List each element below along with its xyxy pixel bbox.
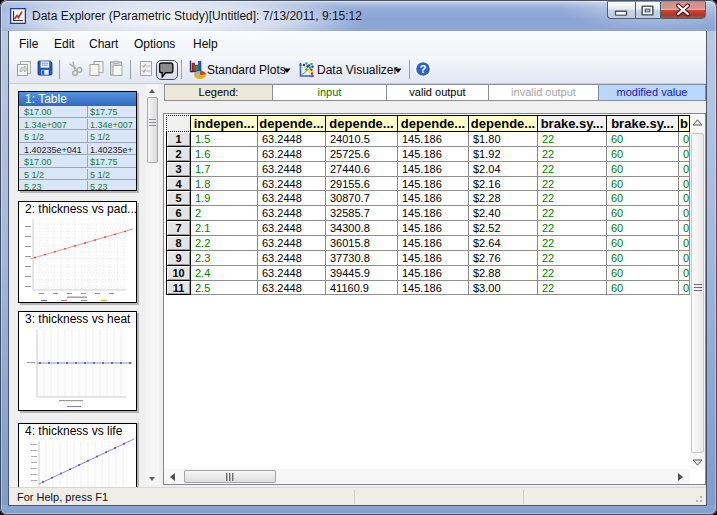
svg-text:?: ?	[419, 63, 426, 75]
